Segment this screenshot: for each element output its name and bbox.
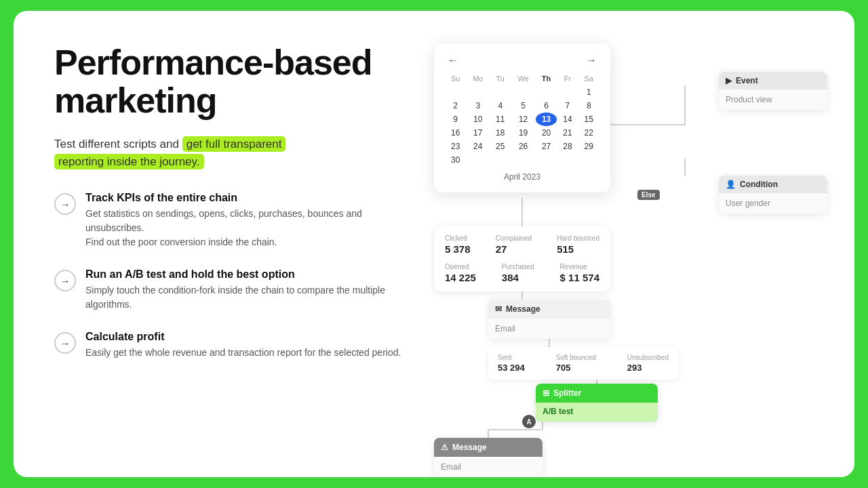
event-node-body: Product view xyxy=(719,89,827,110)
feature-desc-track: Get statistics on sendings, opens, click… xyxy=(85,207,407,249)
calendar-day[interactable]: 6 xyxy=(536,99,557,113)
calendar-day xyxy=(536,153,557,167)
message-node-2: ⚠ Message Email xyxy=(434,438,542,477)
arrow-right-icon-2: → xyxy=(54,270,76,291)
right-panel: ← → Su Mo Tu We Th Fr Sa 123 xyxy=(434,43,827,450)
feature-title-profit: Calculate profit xyxy=(85,331,401,343)
calendar-day[interactable]: 22 xyxy=(578,126,599,140)
calendar-day xyxy=(445,85,466,99)
message-node-1-header: ✉ Message xyxy=(488,300,610,319)
calendar-day[interactable]: 23 xyxy=(445,140,466,153)
people-icon: 👤 xyxy=(726,180,736,189)
feature-desc-profit: Easily get the whole revenue and transac… xyxy=(85,346,401,360)
headline: Performance-based marketing xyxy=(54,43,407,119)
calendar-body: 1234567891011121314151617181920212223242… xyxy=(445,85,599,167)
stat-hard-bounced: Hard bounced 515 xyxy=(557,235,599,255)
calendar-day[interactable]: 29 xyxy=(578,140,599,153)
calendar-day xyxy=(466,153,490,167)
calendar-day[interactable]: 7 xyxy=(557,99,578,113)
calendar-day xyxy=(536,85,557,99)
cal-day-tu: Tu xyxy=(490,72,511,85)
calendar-month-label: April 2023 xyxy=(445,172,599,182)
calendar-day xyxy=(490,85,511,99)
message-node-2-body: Email xyxy=(434,457,542,477)
feature-title-ab: Run an A/B test and hold the best option xyxy=(85,268,407,281)
arrow-right-icon: → xyxy=(54,193,76,215)
calendar-day[interactable]: 19 xyxy=(511,126,536,140)
feature-title-track: Track KPIs of the entire chain xyxy=(85,192,407,204)
cal-day-sa: Sa xyxy=(578,72,599,85)
condition-node-body: User gender xyxy=(719,193,827,214)
calendar-day[interactable]: 14 xyxy=(557,113,578,126)
feature-item-profit: → Calculate profit Easily get the whole … xyxy=(54,331,407,360)
calendar-prev-button[interactable]: ← xyxy=(445,54,461,66)
calendar-day[interactable]: 3 xyxy=(466,99,490,113)
message-node-2-header: ⚠ Message xyxy=(434,438,542,457)
calendar-day xyxy=(511,153,536,167)
calendar-day[interactable]: 10 xyxy=(466,113,490,126)
calendar-day[interactable]: 9 xyxy=(445,113,466,126)
calendar-day[interactable]: 15 xyxy=(578,113,599,126)
calendar-next-button[interactable]: → xyxy=(583,54,599,66)
calendar-day[interactable]: 11 xyxy=(490,113,511,126)
stat-soft-bounced: Soft bounced 705 xyxy=(556,354,596,373)
calendar-day[interactable]: 5 xyxy=(511,99,536,113)
stat-clicked: Clicked 5 378 xyxy=(445,235,471,255)
description-plain: Test different scripts and xyxy=(54,138,182,150)
message-node-1-body: Email xyxy=(488,319,610,339)
calendar-day[interactable]: 4 xyxy=(490,99,511,113)
calendar-card: ← → Su Mo Tu We Th Fr Sa 123 xyxy=(434,43,610,192)
stat-revenue: Revenue $ 11 574 xyxy=(560,263,599,283)
calendar-day xyxy=(557,85,578,99)
message-node-1: ✉ Message Email xyxy=(488,300,610,339)
play-icon: ▶ xyxy=(726,76,732,85)
calendar-grid: Su Mo Tu We Th Fr Sa 1234567891011121314… xyxy=(445,72,599,167)
calendar-day xyxy=(557,153,578,167)
cal-day-su: Su xyxy=(445,72,466,85)
split-icon: ⊞ xyxy=(542,388,549,398)
feature-desc-ab: Simply touch the condition-fork inside t… xyxy=(85,283,407,312)
feature-item-track: → Track KPIs of the entire chain Get sta… xyxy=(54,192,407,249)
stats-card-1: Clicked 5 378 Complained 27 Hard bounced… xyxy=(434,226,610,291)
mail-icon: ✉ xyxy=(495,304,502,314)
calendar-day xyxy=(466,85,490,99)
arrow-right-icon-3: → xyxy=(54,332,76,354)
left-panel: Performance-based marketing Test differe… xyxy=(54,43,434,450)
stat-unsubscribed: Unsubscribed 293 xyxy=(627,354,669,373)
stat-complained: Complained 27 xyxy=(496,235,532,255)
cal-day-mo: Mo xyxy=(466,72,490,85)
calendar-day xyxy=(578,153,599,167)
highlight-2: reporting inside the journey. xyxy=(54,154,204,169)
calendar-day[interactable]: 16 xyxy=(445,126,466,140)
calendar-day[interactable]: 17 xyxy=(466,126,490,140)
calendar-day xyxy=(490,153,511,167)
calendar-day[interactable]: 21 xyxy=(557,126,578,140)
splitter-node: ⊞ Splitter A/B test xyxy=(536,384,658,422)
calendar-day[interactable]: 30 xyxy=(445,153,466,167)
calendar-day[interactable]: 12 xyxy=(511,113,536,126)
a-badge: A xyxy=(522,415,536,428)
calendar-day[interactable]: 24 xyxy=(466,140,490,153)
calendar-day[interactable]: 26 xyxy=(511,140,536,153)
cal-day-th: Th xyxy=(536,72,557,85)
warning-icon: ⚠ xyxy=(441,443,448,452)
calendar-day[interactable]: 25 xyxy=(490,140,511,153)
calendar-day xyxy=(511,85,536,99)
calendar-day[interactable]: 20 xyxy=(536,126,557,140)
small-stats-card: Sent 53 294 Soft bounced 705 Unsubscribe… xyxy=(488,347,678,380)
calendar-day[interactable]: 2 xyxy=(445,99,466,113)
cal-day-fr: Fr xyxy=(557,72,578,85)
stat-opened: Opened 14 225 xyxy=(445,263,476,283)
calendar-day[interactable]: 28 xyxy=(557,140,578,153)
event-node: ▶ Event Product view xyxy=(719,72,827,110)
calendar-day[interactable]: 18 xyxy=(490,126,511,140)
event-node-header: ▶ Event xyxy=(719,72,827,89)
stats-row-1: Clicked 5 378 Complained 27 Hard bounced… xyxy=(445,235,599,255)
splitter-node-body: A/B test xyxy=(536,403,658,422)
condition-node: 👤 Condition User gender xyxy=(719,176,827,214)
calendar-day[interactable]: 8 xyxy=(578,99,599,113)
calendar-day[interactable]: 1 xyxy=(578,85,599,99)
calendar-day[interactable]: 27 xyxy=(536,140,557,153)
else-badge: Else xyxy=(637,190,660,200)
calendar-day[interactable]: 13 xyxy=(536,113,557,126)
